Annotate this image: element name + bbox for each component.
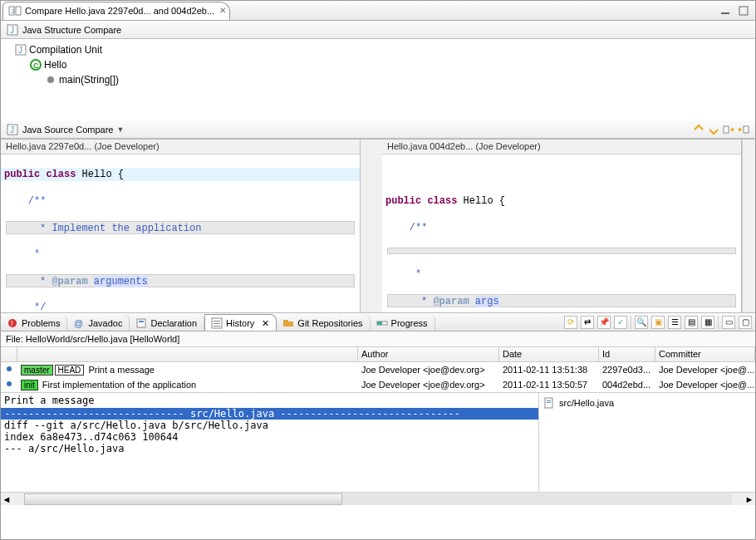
maximize-icon[interactable] <box>737 4 750 17</box>
code-compare-split: Hello.java 2297e0d... (Joe Developer) pu… <box>1 139 755 313</box>
files-pane[interactable]: src/Hello.java <box>539 393 755 492</box>
history-icon <box>210 317 223 330</box>
close-icon[interactable]: ✕ <box>219 6 226 15</box>
method-icon <box>44 73 57 86</box>
compare-editor-tab[interactable]: J Compare Hello.java 2297e0d... and 004d… <box>2 2 230 20</box>
views-tab-bar: ! Problems @ Javadoc Declaration History… <box>1 313 755 331</box>
minimize-view-icon[interactable]: ▭ <box>722 316 735 329</box>
java-compare-icon: J <box>8 4 22 17</box>
svg-text:C: C <box>33 61 39 70</box>
svg-text:J: J <box>11 7 14 15</box>
svg-rect-19 <box>137 319 145 327</box>
source-compare-title: Java Source Compare <box>22 125 113 135</box>
tree-compilation-unit[interactable]: J Compilation Unit <box>14 42 755 57</box>
filter-icon[interactable]: ✓ <box>614 316 627 329</box>
svg-rect-26 <box>283 320 288 322</box>
tab-declaration[interactable]: Declaration <box>130 314 204 331</box>
col-id[interactable]: Id <box>599 347 655 361</box>
left-code-pane: Hello.java 2297e0d... (Joe Developer) pu… <box>1 140 361 312</box>
pin-icon[interactable]: 📌 <box>597 316 611 329</box>
left-code[interactable]: public class Hello { /** * Implement the… <box>1 155 360 312</box>
compilation-unit-icon: J <box>14 43 27 56</box>
structure-compare-title: Java Structure Compare <box>22 25 121 35</box>
svg-point-30 <box>7 381 12 386</box>
compare-gutter <box>361 140 382 312</box>
tree-label: Compilation Unit <box>29 44 102 56</box>
tab-problems[interactable]: ! Problems <box>1 314 67 331</box>
svg-text:J: J <box>18 46 22 55</box>
source-compare-header: J Java Source Compare ▼ <box>1 120 755 139</box>
ref-badge: HEAD <box>55 365 85 376</box>
tab-title: Compare Hello.java 2297e0d... and 004d2e… <box>25 6 214 16</box>
tree-method[interactable]: main(String[]) <box>14 72 755 87</box>
svg-rect-25 <box>283 322 293 326</box>
progress-icon <box>376 317 389 330</box>
tree-label: main(String[]) <box>59 74 119 86</box>
layout-icon[interactable]: ▦ <box>701 316 714 329</box>
commit-message: Print a message <box>1 393 538 408</box>
declaration-icon <box>135 317 148 330</box>
history-toolbar: ⟳ ⇄ 📌 ✓ 🔍 ▣ ☰ ▤ ▦ ▭ ▢ <box>564 316 752 329</box>
right-code-pane: Hello.java 004d2eb... (Joe Developer) pu… <box>382 140 742 312</box>
close-icon[interactable]: ✕ <box>262 318 269 329</box>
maximize-view-icon[interactable]: ▢ <box>739 316 752 329</box>
svg-rect-24 <box>214 326 220 326</box>
tab-progress[interactable]: Progress <box>371 314 435 331</box>
svg-rect-32 <box>547 400 551 401</box>
svg-text:J: J <box>10 26 14 35</box>
svg-text:!: ! <box>11 319 13 327</box>
tree-class[interactable]: C Hello <box>14 57 755 72</box>
minimize-icon[interactable] <box>719 4 732 17</box>
svg-rect-1 <box>16 7 21 15</box>
svg-rect-22 <box>214 321 220 322</box>
history-header: Author Date Id Committer <box>1 347 755 362</box>
db-icon[interactable]: ▣ <box>651 316 665 329</box>
compare-mode-icon[interactable]: ☰ <box>668 316 681 329</box>
history-detail-split: Print a message ------------------------… <box>1 392 755 492</box>
right-file-header: Hello.java 004d2eb... (Joe Developer) <box>382 140 741 155</box>
svg-point-11 <box>47 76 54 83</box>
right-code[interactable]: public class Hello { /** * * @param args… <box>382 155 741 312</box>
history-row[interactable]: masterHEAD Print a messageJoe Developer … <box>1 362 755 377</box>
horizontal-scrollbar[interactable]: ◄ ► <box>1 492 755 505</box>
svg-text:J: J <box>10 125 14 135</box>
svg-point-29 <box>7 366 12 371</box>
history-table[interactable]: Author Date Id Committer masterHEAD Prin… <box>1 347 755 392</box>
left-file-header: Hello.java 2297e0d... (Joe Developer) <box>1 140 360 155</box>
file-list-item[interactable]: src/Hello.java <box>559 398 614 408</box>
prev-diff-icon[interactable] <box>707 123 720 136</box>
diff-pane[interactable]: Print a message ------------------------… <box>1 393 539 492</box>
col-date[interactable]: Date <box>499 347 599 361</box>
structure-tree[interactable]: J Compilation Unit C Hello main(String[]… <box>1 39 755 120</box>
structure-compare-header: J Java Structure Compare <box>1 21 755 39</box>
scrollbar[interactable] <box>742 140 755 312</box>
dropdown-icon[interactable]: ▼ <box>116 125 124 134</box>
tab-javadoc[interactable]: @ Javadoc <box>67 314 130 331</box>
svg-text:@: @ <box>74 318 83 328</box>
ref-badge: master <box>21 365 53 376</box>
col-committer[interactable]: Committer <box>655 347 755 361</box>
copy-right-icon[interactable] <box>737 123 750 136</box>
git-repo-icon <box>282 317 295 330</box>
tab-git-repositories[interactable]: Git Repositories <box>277 314 370 331</box>
branches-icon[interactable]: ▤ <box>685 316 698 329</box>
javadoc-icon: @ <box>72 317 86 330</box>
diff-file-separator: ------------------------------ src/Hello… <box>1 408 538 420</box>
file-icon <box>542 396 556 410</box>
next-diff-icon[interactable] <box>692 123 705 136</box>
ref-badge: init <box>21 380 38 390</box>
svg-rect-20 <box>139 321 144 322</box>
editor-tab-bar: J Compare Hello.java 2297e0d... and 004d… <box>1 1 755 21</box>
java-icon: J <box>6 23 19 37</box>
svg-rect-3 <box>721 12 729 14</box>
col-author[interactable]: Author <box>358 347 499 361</box>
svg-rect-33 <box>547 402 551 403</box>
copy-left-icon[interactable] <box>722 123 735 136</box>
link-editor-icon[interactable]: ⇄ <box>581 316 594 329</box>
refresh-icon[interactable]: ⟳ <box>564 316 577 329</box>
svg-rect-23 <box>214 323 220 324</box>
history-row[interactable]: init First implementation of the applica… <box>1 377 755 392</box>
svg-rect-15 <box>744 126 749 133</box>
tab-history[interactable]: History ✕ <box>204 314 277 331</box>
find-icon[interactable]: 🔍 <box>635 316 648 329</box>
